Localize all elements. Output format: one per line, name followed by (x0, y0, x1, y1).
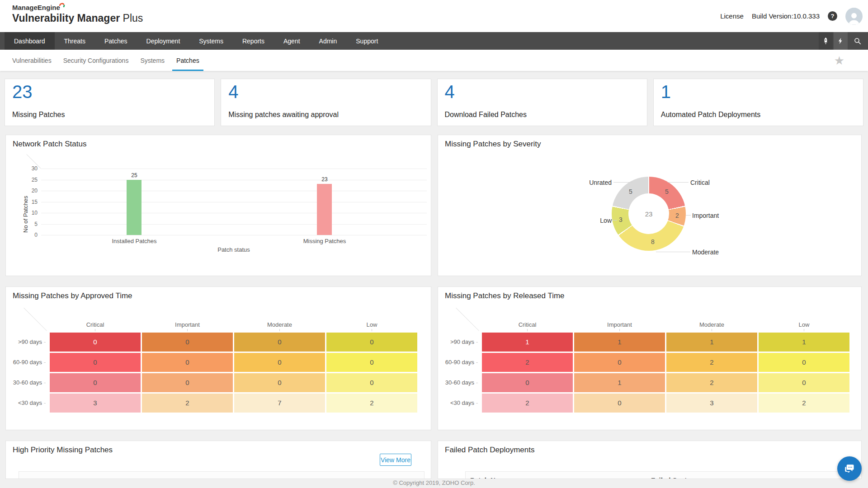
brand-product-bold: Vulnerability Manager (12, 12, 120, 24)
heatmap-cell[interactable]: 0 (326, 333, 417, 352)
heatmap-cell[interactable]: 3 (50, 394, 141, 413)
heatmap-cell[interactable]: 3 (666, 394, 757, 413)
y-axis-tick: 15 (23, 199, 38, 205)
build-version-label: Build Version:10.0.333 (752, 12, 820, 20)
card-awaiting-approval[interactable]: 4 Missing patches awaiting approval (221, 79, 431, 126)
slice-value-low: 3 (619, 216, 623, 223)
slice-label-unrated: Unrated (574, 179, 612, 186)
brand-company-text: ManageEngine (12, 4, 60, 11)
gridline (41, 169, 427, 169)
heatmap-cell[interactable]: 2 (666, 353, 757, 372)
slice-value-unrated: 5 (629, 188, 632, 195)
heatmap-cell[interactable]: 2 (326, 394, 417, 413)
help-icon[interactable]: ? (828, 11, 837, 21)
user-avatar[interactable] (845, 8, 863, 25)
nav-item-reports[interactable]: Reports (233, 32, 274, 50)
heatmap-cell[interactable]: 2 (482, 394, 573, 413)
nav-item-patches[interactable]: Patches (95, 32, 137, 50)
heatmap-cell[interactable]: 0 (50, 353, 141, 372)
heatmap-cell[interactable]: 2 (142, 394, 233, 413)
heatmap-corner (9, 321, 48, 331)
heatmap-cell[interactable]: 1 (574, 373, 665, 392)
rocket-icon[interactable] (819, 32, 833, 50)
heatmap-cell[interactable]: 0 (482, 373, 573, 392)
nav-item-support[interactable]: Support (346, 32, 387, 50)
leader-line (668, 182, 689, 183)
summary-cards: 23 Missing Patches 4 Missing patches awa… (5, 79, 863, 126)
bar-missing-patches[interactable] (317, 184, 332, 235)
card-missing-patches[interactable]: 23 Missing Patches (5, 79, 215, 126)
gridline (41, 235, 427, 235)
heatmap-cell[interactable]: 2 (482, 353, 573, 372)
panel-title: Failed Patch Deployments (445, 446, 534, 455)
heatmap-cell[interactable]: 0 (326, 353, 417, 372)
nav-item-admin[interactable]: Admin (310, 32, 347, 50)
chat-icon (844, 463, 855, 474)
bar-category-label: Installed Patches (96, 238, 173, 244)
chat-button[interactable] (837, 456, 862, 481)
missing-patches-by-approved-time-panel: Missing Patches by Approved Time Critica… (5, 286, 431, 430)
card-value: 1 (661, 82, 671, 102)
nav-item-systems[interactable]: Systems (189, 32, 233, 50)
heatmap-cell[interactable]: 0 (142, 353, 233, 372)
missing-patches-by-released-time-panel: Missing Patches by Released Time Critica… (438, 286, 862, 430)
card-download-failed[interactable]: 4 Download Failed Patches (437, 79, 647, 126)
card-value: 4 (228, 82, 238, 102)
heatmap-cell[interactable]: 0 (50, 373, 141, 392)
leader-line (613, 182, 632, 183)
bolt-icon[interactable] (834, 32, 848, 50)
slice-value-important: 2 (675, 212, 679, 219)
panel-title: Missing Patches by Severity (445, 140, 541, 149)
row-label: 60-90 days (442, 353, 481, 372)
heatmap-cell[interactable]: 7 (234, 394, 325, 413)
nav-item-agent[interactable]: Agent (274, 32, 310, 50)
heatmap-cell[interactable]: 0 (142, 333, 233, 352)
heatmap-cell[interactable]: 1 (574, 333, 665, 352)
heatmap-cell[interactable]: 0 (574, 394, 665, 413)
view-more-button[interactable]: View More (380, 454, 411, 466)
leader-line (612, 220, 617, 221)
leader-line (686, 215, 691, 216)
heatmap-cell[interactable]: 0 (234, 373, 325, 392)
slice-value-moderate: 8 (651, 238, 655, 245)
heatmap-cell[interactable]: 0 (574, 353, 665, 372)
nav-item-deployment[interactable]: Deployment (137, 32, 190, 50)
license-link[interactable]: License (720, 12, 744, 20)
brand-logo: ManageEngine Vulnerability Manager Plus (12, 4, 143, 24)
heatmap-cell[interactable]: 2 (759, 394, 849, 413)
heatmap-cell[interactable]: 0 (234, 333, 325, 352)
top-bar-right: License Build Version:10.0.333 ? (720, 0, 863, 32)
navbar-icons (819, 32, 864, 50)
heatmap-cell[interactable]: 1 (666, 333, 757, 352)
tab-vulnerabilities[interactable]: Vulnerabilities (12, 50, 52, 71)
bar-installed-patches[interactable] (127, 180, 142, 235)
column-header-critical: Critical (50, 321, 141, 331)
heatmap-cell[interactable]: 0 (50, 333, 141, 352)
bar-category-label: Missing Patches (286, 238, 363, 244)
tab-patches[interactable]: Patches (176, 50, 199, 71)
column-header-low: Low (326, 321, 417, 331)
search-icon[interactable] (850, 32, 864, 50)
tab-security-configurations[interactable]: Security Configurations (63, 50, 129, 71)
donut-total: 23 (645, 210, 653, 218)
heatmap-cell[interactable]: 0 (759, 373, 849, 392)
slice-label-moderate: Moderate (692, 249, 719, 256)
card-automated-deployments[interactable]: 1 Automated Patch Deployments (653, 79, 863, 126)
column-header-critical: Critical (482, 321, 573, 331)
heatmap-cell[interactable]: 0 (234, 353, 325, 372)
y-axis-tick: 30 (23, 165, 38, 172)
nav-item-threats[interactable]: Threats (55, 32, 95, 50)
released-time-heatmap: CriticalImportantModerateLow>90 days1111… (442, 321, 849, 413)
panel-title: Missing Patches by Approved Time (13, 291, 132, 300)
star-icon[interactable]: ★ (834, 55, 844, 66)
tab-systems[interactable]: Systems (140, 50, 165, 71)
nav-item-dashboard[interactable]: Dashboard (5, 32, 55, 50)
heatmap-cell[interactable]: 0 (326, 373, 417, 392)
heatmap-cell[interactable]: 2 (666, 373, 757, 392)
heatmap-cell[interactable]: 1 (482, 333, 573, 352)
heatmap-cell[interactable]: 0 (142, 373, 233, 392)
heatmap-cell[interactable]: 0 (759, 353, 849, 372)
row-label: <30 days (442, 394, 481, 413)
heatmap-cell[interactable]: 1 (759, 333, 849, 352)
top-bar: ManageEngine Vulnerability Manager Plus … (0, 0, 868, 32)
